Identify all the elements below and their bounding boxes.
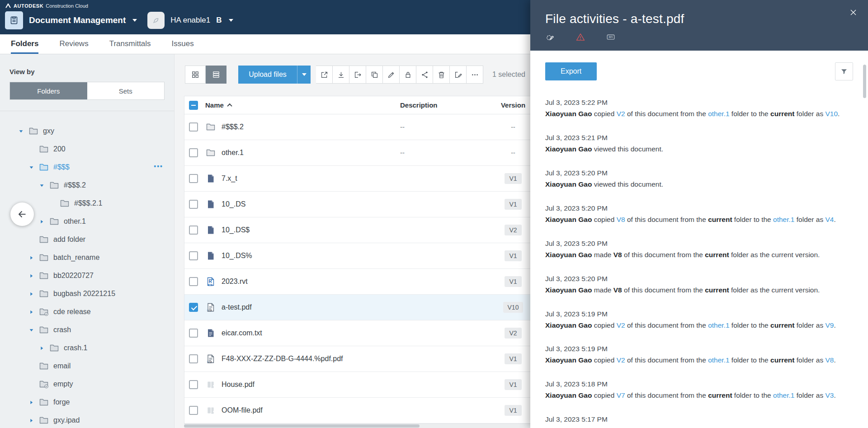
tree-caret-icon[interactable] (39, 345, 45, 351)
version-badge[interactable]: V1 (505, 173, 521, 184)
file-name[interactable]: a-test.pdf (222, 303, 252, 311)
file-name[interactable]: 10_.DS (222, 200, 245, 208)
row-checkbox[interactable] (189, 329, 198, 338)
select-all-checkbox[interactable] (189, 101, 198, 110)
folder-tree-item[interactable]: #$$$ ••• (0, 158, 174, 176)
tree-caret-icon[interactable] (39, 219, 45, 225)
folder-name[interactable]: email (53, 362, 71, 370)
tab-issues[interactable]: Issues (172, 34, 194, 54)
folder-tree-item[interactable]: empty ••• (0, 375, 174, 393)
tree-caret-icon[interactable] (28, 418, 34, 423)
version-badge[interactable]: V1 (505, 276, 521, 287)
activity-link[interactable]: V2 (617, 356, 625, 364)
row-checkbox[interactable] (189, 380, 198, 389)
folder-name[interactable]: crash.1 (64, 344, 87, 352)
folder-tree-item[interactable]: batch_rename ••• (0, 249, 174, 267)
markup-stamp-icon[interactable] (545, 32, 555, 42)
tree-caret-icon[interactable] (18, 128, 24, 134)
version-badge[interactable]: -- (511, 123, 515, 131)
rfi-icon[interactable] (606, 32, 616, 42)
open-in-viewer-button[interactable] (316, 66, 333, 84)
folder-tree-item[interactable]: crash.1 ••• (0, 339, 174, 357)
row-checkbox[interactable] (189, 148, 198, 157)
table-row[interactable]: F48-XXX-ZZ-ZZ-DB-G-4444.%pdf.pdf V1 (184, 346, 530, 372)
folder-name[interactable]: cde release (53, 308, 91, 316)
tree-caret-icon[interactable] (28, 165, 34, 170)
version-badge[interactable]: V1 (505, 379, 521, 390)
filter-button[interactable] (835, 62, 853, 80)
file-name[interactable]: #$$$.2 (222, 123, 244, 131)
viewby-folders[interactable]: Folders (10, 82, 87, 99)
tree-caret-icon[interactable] (28, 327, 34, 333)
grid-view-button[interactable] (185, 66, 206, 84)
activity-link[interactable]: V2 (617, 110, 625, 118)
edit-button[interactable] (383, 66, 400, 84)
folder-name[interactable]: add folder (53, 235, 85, 244)
copy-button[interactable] (366, 66, 383, 84)
folder-name[interactable]: empty (53, 380, 73, 388)
activity-link[interactable]: V9 (826, 321, 834, 329)
markup-button[interactable] (450, 66, 467, 84)
row-checkbox[interactable] (189, 303, 198, 312)
tab-reviews[interactable]: Reviews (59, 34, 88, 54)
folder-name[interactable]: forge (53, 398, 70, 406)
file-name[interactable]: 7.x_t (222, 174, 237, 183)
folder-tree-item[interactable]: bugbash 20221215 ••• (0, 285, 174, 303)
file-name[interactable]: F48-XXX-ZZ-ZZ-DB-G-4444.%pdf.pdf (222, 355, 343, 363)
activity-link[interactable]: V7 (617, 391, 625, 399)
upload-files-button[interactable]: Upload files (238, 66, 297, 84)
file-name[interactable]: eicar.com.txt (222, 329, 262, 337)
activity-link[interactable]: V10 (826, 110, 838, 118)
tree-caret-icon[interactable] (28, 273, 34, 279)
file-name[interactable]: OOM-file.pdf (222, 406, 263, 414)
version-badge[interactable]: V1 (505, 250, 521, 261)
horizontal-scrollbar[interactable] (184, 424, 530, 428)
file-name[interactable]: House.pdf (222, 381, 255, 389)
folder-tree-item[interactable]: email ••• (0, 357, 174, 375)
folder-tree-item[interactable]: forge ••• (0, 393, 174, 411)
folder-name[interactable]: crash (53, 326, 71, 334)
tab-folders[interactable]: Folders (11, 34, 38, 54)
activity-link[interactable]: V8 (826, 356, 834, 364)
version-badge[interactable]: V10 (503, 302, 524, 313)
tree-caret-icon[interactable] (39, 183, 45, 188)
list-view-button[interactable] (206, 66, 226, 84)
permissions-button[interactable] (400, 66, 416, 84)
tree-caret-icon[interactable] (28, 309, 34, 315)
project-caret-icon[interactable] (229, 19, 233, 22)
more-button[interactable] (467, 66, 483, 84)
file-name[interactable]: 10_.DS$ (222, 226, 250, 234)
folder-name[interactable]: gxy.ipad (53, 416, 80, 424)
project-switcher[interactable]: HA enable1 (170, 16, 210, 25)
folder-name[interactable]: bugbash 20221215 (53, 290, 115, 298)
tree-caret-icon[interactable] (28, 400, 34, 405)
activity-link[interactable]: other.1 (708, 321, 729, 329)
folder-name[interactable]: other.1 (64, 217, 86, 226)
activity-link[interactable]: V2 (617, 321, 625, 329)
export-button[interactable]: Export (545, 62, 597, 80)
upload-dropdown-button[interactable] (297, 66, 311, 84)
folder-name[interactable]: gxy (43, 127, 54, 135)
table-row[interactable]: other.1 -- -- (184, 140, 530, 166)
file-name[interactable]: other.1 (222, 149, 244, 157)
table-row[interactable]: 10_.DS% V1 (184, 243, 530, 269)
row-checkbox[interactable] (189, 174, 198, 183)
module-switcher[interactable]: Document Management (29, 15, 126, 25)
tree-caret-icon[interactable] (28, 363, 34, 369)
activity-link[interactable]: V4 (826, 216, 834, 223)
close-panel-button[interactable] (846, 6, 860, 20)
document-management-app-icon[interactable] (5, 11, 23, 29)
row-checkbox[interactable] (189, 122, 198, 132)
version-badge[interactable]: V1 (505, 353, 521, 364)
activity-link[interactable]: V3 (826, 391, 834, 399)
folder-tree-item[interactable]: 200 ••• (0, 140, 174, 158)
tree-caret-icon[interactable] (28, 381, 34, 387)
folder-tree-item[interactable]: add folder ••• (0, 230, 174, 249)
warning-triangle-icon[interactable] (576, 32, 585, 42)
export-button[interactable] (349, 66, 366, 84)
row-checkbox[interactable] (189, 277, 198, 286)
delete-button[interactable] (433, 66, 450, 84)
folder-name[interactable]: 200 (53, 145, 66, 153)
table-row[interactable]: #$$$.2 -- -- (184, 114, 530, 140)
version-badge[interactable]: V2 (505, 225, 521, 235)
